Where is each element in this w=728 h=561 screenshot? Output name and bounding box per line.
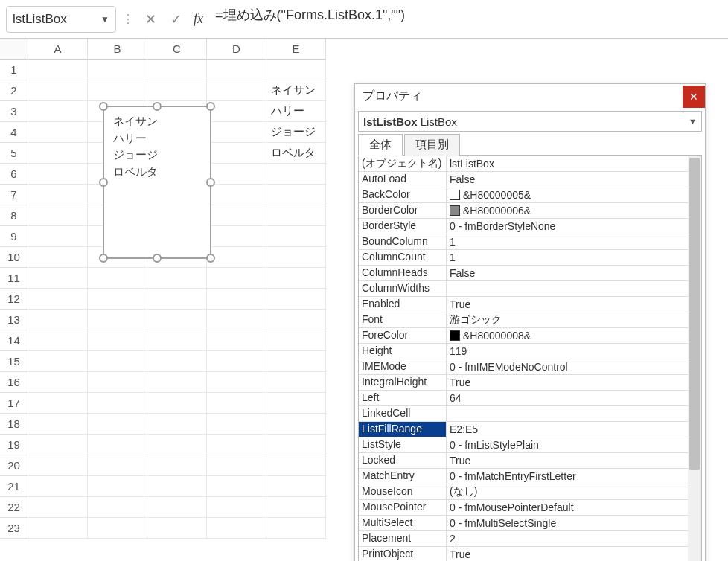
- cell[interactable]: [207, 414, 266, 435]
- cell[interactable]: [266, 393, 326, 414]
- property-value[interactable]: [447, 406, 688, 421]
- cell[interactable]: [88, 330, 147, 351]
- resize-handle[interactable]: [99, 178, 108, 187]
- property-value[interactable]: 游ゴシック: [447, 312, 688, 327]
- column-header[interactable]: A: [28, 39, 88, 60]
- property-value[interactable]: 0 - fmListStylePlain: [447, 437, 688, 452]
- cell[interactable]: [207, 247, 266, 268]
- row-header[interactable]: 8: [0, 205, 28, 226]
- property-value[interactable]: True: [447, 547, 688, 561]
- cell[interactable]: [28, 476, 88, 497]
- property-value[interactable]: &H80000008&: [447, 328, 688, 343]
- cell[interactable]: [207, 60, 266, 80]
- name-box[interactable]: lstListBox ▼: [6, 6, 116, 33]
- cell[interactable]: [207, 351, 266, 372]
- property-value[interactable]: &H80000005&: [447, 187, 688, 202]
- cell[interactable]: [266, 289, 326, 310]
- row-header[interactable]: 15: [0, 351, 28, 372]
- cell[interactable]: [207, 310, 266, 330]
- property-row[interactable]: MatchEntry0 - fmMatchEntryFirstLetter: [359, 469, 688, 484]
- cell[interactable]: [266, 455, 326, 476]
- cell[interactable]: [28, 289, 88, 310]
- cell[interactable]: [28, 101, 88, 122]
- cell[interactable]: [266, 226, 326, 247]
- property-value[interactable]: False: [447, 266, 688, 280]
- property-value[interactable]: 0 - fmMousePointerDefault: [447, 500, 688, 515]
- property-value[interactable]: 1: [447, 250, 688, 265]
- cell[interactable]: [207, 205, 266, 226]
- fx-icon[interactable]: fx: [191, 11, 209, 27]
- cell[interactable]: [207, 497, 266, 518]
- cell[interactable]: [147, 372, 207, 393]
- row-header[interactable]: 19: [0, 435, 28, 455]
- cell[interactable]: [147, 80, 207, 101]
- row-header[interactable]: 5: [0, 143, 28, 164]
- row-header[interactable]: 11: [0, 268, 28, 289]
- property-row[interactable]: ColumnWidths: [359, 281, 688, 297]
- formula-input[interactable]: =埋め込み("Forms.ListBox.1",""): [214, 6, 722, 33]
- cell[interactable]: [207, 372, 266, 393]
- cell[interactable]: [266, 268, 326, 289]
- close-button[interactable]: ✕: [683, 86, 705, 108]
- cell[interactable]: [88, 351, 147, 372]
- cell[interactable]: [147, 289, 207, 310]
- cell[interactable]: [207, 455, 266, 476]
- cell[interactable]: [28, 268, 88, 289]
- cell[interactable]: ロベルタ: [266, 143, 326, 164]
- cell[interactable]: [88, 518, 147, 539]
- column-header[interactable]: B: [88, 39, 147, 60]
- cell[interactable]: [207, 80, 266, 101]
- cell[interactable]: [207, 226, 266, 247]
- row-header[interactable]: 3: [0, 101, 28, 122]
- resize-handle[interactable]: [206, 102, 215, 111]
- row-header[interactable]: 1: [0, 60, 28, 80]
- property-row[interactable]: PrintObjectTrue: [359, 547, 688, 561]
- property-value[interactable]: True: [447, 453, 688, 468]
- property-value[interactable]: 0 - fmIMEModeNoControl: [447, 359, 688, 374]
- cell[interactable]: [147, 414, 207, 435]
- resize-handle[interactable]: [99, 102, 108, 111]
- column-header[interactable]: D: [207, 39, 266, 60]
- cell[interactable]: [88, 393, 147, 414]
- cell[interactable]: [266, 414, 326, 435]
- object-selector[interactable]: lstListBox ListBox ▼: [358, 111, 702, 132]
- resize-handle[interactable]: [99, 254, 108, 263]
- property-row[interactable]: BorderStyle0 - fmBorderStyleNone: [359, 219, 688, 234]
- resize-handle[interactable]: [206, 254, 215, 263]
- property-row[interactable]: ListFillRangeE2:E5: [359, 422, 688, 437]
- resize-handle[interactable]: [153, 102, 162, 111]
- cell[interactable]: [28, 205, 88, 226]
- row-header[interactable]: 16: [0, 372, 28, 393]
- cell[interactable]: [28, 414, 88, 435]
- cell[interactable]: [207, 164, 266, 185]
- cell[interactable]: [266, 205, 326, 226]
- cell[interactable]: [28, 247, 88, 268]
- cell[interactable]: [28, 455, 88, 476]
- cell[interactable]: [266, 310, 326, 330]
- cell[interactable]: [88, 476, 147, 497]
- cell[interactable]: [88, 435, 147, 455]
- property-value[interactable]: 0 - fmBorderStyleNone: [447, 219, 688, 234]
- row-header[interactable]: 17: [0, 393, 28, 414]
- cell[interactable]: [147, 393, 207, 414]
- row-header[interactable]: 6: [0, 164, 28, 185]
- cell[interactable]: [266, 185, 326, 205]
- cell[interactable]: [28, 497, 88, 518]
- cell[interactable]: ハリー: [266, 101, 326, 122]
- property-value[interactable]: 119: [447, 344, 688, 359]
- cell[interactable]: [28, 372, 88, 393]
- cell[interactable]: [266, 435, 326, 455]
- property-row[interactable]: AutoLoadFalse: [359, 172, 688, 187]
- select-all-corner[interactable]: [0, 39, 28, 60]
- row-header[interactable]: 14: [0, 330, 28, 351]
- cell[interactable]: [88, 268, 147, 289]
- property-row[interactable]: IMEMode0 - fmIMEModeNoControl: [359, 359, 688, 375]
- cell[interactable]: [147, 351, 207, 372]
- scrollbar-thumb[interactable]: [689, 158, 700, 470]
- cell[interactable]: [207, 289, 266, 310]
- scrollbar[interactable]: [688, 156, 701, 561]
- row-header[interactable]: 7: [0, 185, 28, 205]
- accept-formula-button[interactable]: ✓: [165, 9, 186, 30]
- resize-handle[interactable]: [153, 254, 162, 263]
- cell[interactable]: [147, 518, 207, 539]
